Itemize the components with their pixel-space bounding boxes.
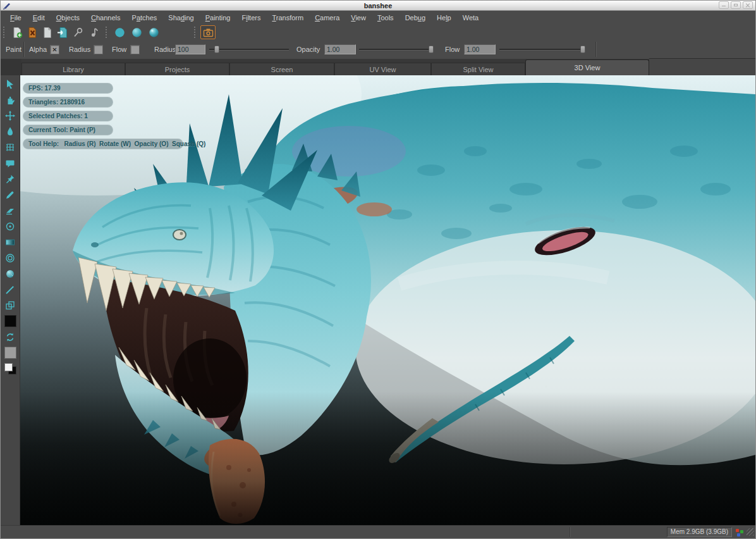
- alpha-checkbox[interactable]: ✕: [50, 45, 59, 54]
- menu-filters[interactable]: Filters: [236, 11, 266, 25]
- eraser-tool-icon[interactable]: [1, 202, 20, 218]
- main-toolbar: [1, 25, 755, 40]
- hud-tool-help: Tool Help: Radius (R) Rotate (W) Opacity…: [23, 139, 183, 149]
- save-project-icon[interactable]: [40, 25, 55, 39]
- opacity-input[interactable]: [324, 44, 356, 54]
- menu-transform[interactable]: Transform: [266, 11, 309, 25]
- menu-channels[interactable]: Channels: [85, 11, 126, 25]
- maximize-button[interactable]: [731, 1, 741, 9]
- background-color-swatch[interactable]: [1, 345, 20, 361]
- minimize-button[interactable]: [719, 1, 729, 9]
- full-shading-sphere-icon[interactable]: [146, 25, 161, 39]
- swap-colors-icon[interactable]: [1, 329, 20, 345]
- radius-slider[interactable]: [209, 45, 289, 54]
- close-button[interactable]: [743, 1, 753, 9]
- pin-tool-icon[interactable]: [1, 171, 20, 187]
- menu-debug[interactable]: Debug: [399, 11, 431, 25]
- hud-triangles: Triangles: 2180916: [23, 97, 113, 108]
- menu-help[interactable]: Help: [431, 11, 457, 25]
- opacity-slider[interactable]: [359, 45, 434, 54]
- foreground-color-swatch[interactable]: [1, 313, 20, 329]
- menu-view[interactable]: View: [345, 11, 372, 25]
- tool-name-label: Paint: [6, 46, 21, 53]
- playblast-note-icon[interactable]: [85, 25, 101, 39]
- pan-tool-icon[interactable]: [1, 92, 20, 108]
- tab-uv-view[interactable]: UV View: [334, 63, 431, 75]
- tool-palette: [1, 75, 20, 526]
- toolbar-handle: [106, 27, 109, 38]
- memory-usage: Mem 2.9GB (3.9GB): [667, 527, 732, 537]
- flow-jitter-checkbox[interactable]: [130, 45, 140, 54]
- import-project-icon[interactable]: [55, 25, 70, 39]
- line-tool-icon[interactable]: [1, 282, 20, 297]
- sphere-brush-tool-icon[interactable]: [1, 266, 20, 282]
- resize-grip[interactable]: [747, 528, 754, 536]
- flow-slider[interactable]: [499, 45, 585, 54]
- radius-toggle-label: Radius: [69, 46, 90, 53]
- tab-screen[interactable]: Screen: [229, 63, 334, 75]
- radius-slider-handle[interactable]: [214, 46, 219, 53]
- menu-file[interactable]: File: [4, 11, 27, 25]
- radius-jitter-checkbox[interactable]: [94, 45, 103, 54]
- toolbar-handle: [194, 27, 198, 38]
- close-project-icon[interactable]: [25, 25, 40, 39]
- paint-properties-bar: Paint Alpha ✕ Radius Flow Radius Opacity…: [1, 40, 755, 59]
- flow-label: Flow: [445, 46, 460, 53]
- tab-split-view[interactable]: Split View: [431, 63, 525, 75]
- menu-tools[interactable]: Tools: [372, 11, 399, 25]
- tab-3d-view[interactable]: 3D View: [525, 59, 649, 75]
- ripple-tool-icon[interactable]: [1, 250, 20, 266]
- flow-toggle-label: Flow: [112, 46, 126, 53]
- move-tool-icon[interactable]: [1, 108, 20, 123]
- radius-input[interactable]: [175, 44, 205, 54]
- select-tool-icon[interactable]: [1, 76, 20, 92]
- opacity-label: Opacity: [296, 46, 320, 53]
- paint-bucket-tool-icon[interactable]: [1, 155, 20, 171]
- menu-painting[interactable]: Painting: [200, 11, 236, 25]
- separator: [570, 527, 571, 537]
- toolbar-handle: [3, 27, 7, 38]
- basic-shading-sphere-icon[interactable]: [129, 25, 144, 39]
- menu-patches[interactable]: Patches: [126, 11, 163, 25]
- hud-selected-patches: Selected Patches: 1: [23, 111, 113, 121]
- separator: [23, 42, 25, 57]
- flat-shading-sphere-icon[interactable]: [112, 25, 127, 39]
- separator: [595, 42, 597, 57]
- menu-edit[interactable]: Edit: [27, 11, 51, 25]
- locator-icon[interactable]: [70, 25, 85, 39]
- menu-objects[interactable]: Objects: [51, 11, 85, 25]
- tab-library[interactable]: Library: [21, 63, 125, 75]
- app-window: banshee File Edit Objects Channels Patch…: [0, 0, 756, 539]
- status-bar: Mem 2.9GB (3.9GB): [1, 525, 755, 538]
- pencil-tool-icon[interactable]: [1, 187, 20, 202]
- gradient-tool-icon[interactable]: [1, 234, 20, 250]
- tab-projects[interactable]: Projects: [125, 63, 229, 75]
- viewport-hud: FPS: 17.39 Triangles: 2180916 Selected P…: [23, 83, 183, 152]
- flow-input[interactable]: [464, 44, 496, 54]
- opacity-slider-handle[interactable]: [429, 46, 434, 53]
- paint-tool-icon[interactable]: [1, 123, 20, 139]
- menu-bar: File Edit Objects Channels Patches Shadi…: [1, 11, 755, 25]
- color-profile-icon[interactable]: [735, 528, 744, 536]
- clone-tool-icon[interactable]: [1, 218, 20, 234]
- hud-current-tool: Current Tool: Paint (P): [23, 125, 113, 135]
- copy-patch-tool-icon[interactable]: [1, 297, 20, 313]
- menu-camera[interactable]: Camera: [309, 11, 345, 25]
- 3d-viewport[interactable]: FPS: 17.39 Triangles: 2180916 Selected P…: [20, 75, 755, 526]
- view-tab-bar: Library Projects Screen UV View Split Vi…: [1, 59, 755, 75]
- hud-fps: FPS: 17.39: [23, 83, 113, 94]
- menu-weta[interactable]: Weta: [457, 11, 484, 25]
- menu-shading[interactable]: Shading: [162, 11, 199, 25]
- flow-slider-handle[interactable]: [580, 46, 585, 53]
- window-title: banshee: [1, 1, 755, 10]
- mesh-tool-icon[interactable]: [1, 139, 20, 155]
- default-colors-swatch[interactable]: [1, 361, 20, 376]
- new-project-icon[interactable]: [9, 25, 25, 39]
- title-bar[interactable]: banshee: [1, 1, 755, 11]
- alpha-label: Alpha: [29, 46, 47, 53]
- screenshot-icon[interactable]: [200, 25, 216, 39]
- radius-label: Radius: [154, 46, 176, 53]
